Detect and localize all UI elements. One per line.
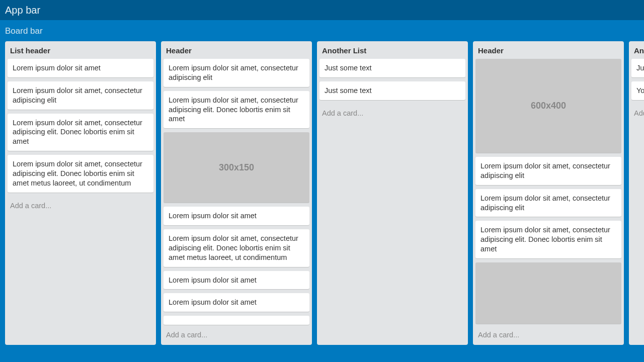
- card[interactable]: Lorem ipsum dolor sit amet, consectetur …: [164, 229, 309, 267]
- list-cards: 600x400Lorem ipsum dolor sit amet, conse…: [473, 59, 624, 326]
- list: HeaderLorem ipsum dolor sit amet, consec…: [161, 41, 312, 345]
- list-cards: Just some textJust some text: [317, 59, 468, 104]
- board-bar-title: Board bar: [5, 26, 43, 36]
- add-card-button[interactable]: Add a card...: [317, 104, 468, 123]
- list: Header600x400Lorem ipsum dolor sit amet,…: [473, 41, 624, 345]
- board-bar: Board bar: [0, 20, 644, 41]
- list-header[interactable]: Another List: [317, 41, 468, 59]
- card[interactable]: Ju: [631, 59, 644, 77]
- list: AnJuYoAdd a card...: [629, 41, 644, 345]
- card-image-placeholder[interactable]: [475, 262, 621, 324]
- card[interactable]: Lorem ipsum dolor sit amet, consectetur …: [164, 59, 309, 87]
- card[interactable]: Just some text: [319, 59, 465, 77]
- card[interactable]: Lorem ipsum dolor sit amet, consectetur …: [475, 221, 621, 258]
- board: List headerLorem ipsum dolor sit ametLor…: [0, 41, 644, 362]
- list-header[interactable]: An: [629, 41, 644, 59]
- placeholder-label: 300x150: [219, 162, 254, 173]
- card-image-placeholder[interactable]: 600x400: [475, 59, 621, 153]
- card[interactable]: Lorem ipsum dolor sit amet, consectetur …: [8, 81, 153, 110]
- add-card-button[interactable]: Add a card...: [5, 197, 156, 216]
- list-cards: Lorem ipsum dolor sit ametLorem ipsum do…: [5, 59, 156, 197]
- list-cards: Lorem ipsum dolor sit amet, consectetur …: [161, 59, 312, 326]
- card-image-placeholder[interactable]: 300x150: [164, 132, 309, 203]
- app-bar-title: App bar: [5, 5, 40, 16]
- card[interactable]: Yo: [631, 81, 644, 100]
- add-card-button[interactable]: Add a card...: [629, 104, 644, 123]
- card[interactable]: Lorem ipsum dolor sit amet, consectetur …: [8, 155, 153, 193]
- card[interactable]: Lorem ipsum dolor sit amet, consectetur …: [8, 114, 153, 151]
- card[interactable]: Lorem ipsum dolor sit amet: [164, 207, 309, 225]
- list-cards: JuYo: [629, 59, 644, 104]
- app-bar: App bar: [0, 0, 644, 20]
- add-card-button[interactable]: Add a card...: [473, 326, 624, 345]
- card[interactable]: Lorem ipsum dolor sit amet: [8, 59, 153, 77]
- list: Another ListJust some textJust some text…: [317, 41, 468, 345]
- placeholder-label: 600x400: [531, 100, 566, 112]
- card[interactable]: Lorem ipsum dolor sit amet, consectetur …: [164, 91, 309, 129]
- card[interactable]: Lorem ipsum dolor sit amet, consectetur …: [475, 189, 621, 217]
- card[interactable]: Lorem ipsum dolor sit amet: [164, 293, 309, 312]
- card[interactable]: Lorem ipsum dolor sit amet: [164, 271, 309, 290]
- list-header[interactable]: Header: [161, 41, 312, 59]
- add-card-button[interactable]: Add a card...: [161, 326, 312, 345]
- card[interactable]: Just some text: [319, 81, 465, 100]
- card[interactable]: Lorem ipsum dolor sit amet, consectetur …: [475, 157, 621, 185]
- list-header[interactable]: Header: [473, 41, 624, 59]
- card[interactable]: [164, 316, 309, 325]
- list: List headerLorem ipsum dolor sit ametLor…: [5, 41, 156, 345]
- list-header[interactable]: List header: [5, 41, 156, 59]
